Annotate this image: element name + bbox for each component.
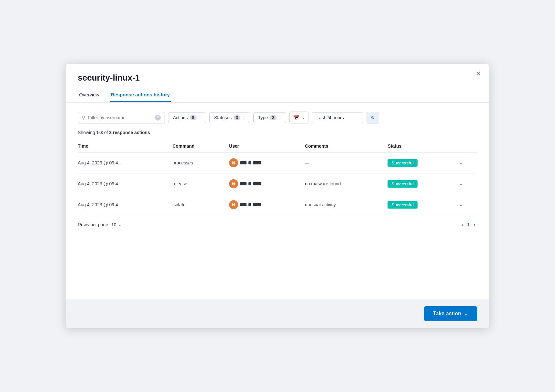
calendar-icon: 📅 xyxy=(293,114,299,121)
actions-filter-label: Actions xyxy=(173,115,188,120)
showing-summary: Showing 1-3 of 3 response actions xyxy=(78,130,477,135)
user-avatar-2: N xyxy=(229,200,238,209)
expand-row-button-2[interactable]: ⌄ xyxy=(459,202,463,207)
next-page-button[interactable]: › xyxy=(472,221,477,228)
cell-status-0: Successful xyxy=(384,152,455,173)
cell-command-2: isolate xyxy=(168,194,225,215)
cell-time-1: Aug 4, 2023 @ 09:4... xyxy=(78,173,168,194)
cell-expand-1[interactable]: ⌄ xyxy=(455,173,477,194)
cell-command-0: processes xyxy=(168,152,225,173)
col-status: Status xyxy=(384,140,455,152)
user-name-redacted-0 xyxy=(240,161,261,164)
user-avatar-0: N xyxy=(229,158,238,167)
rows-per-page-chevron-icon: ⌄ xyxy=(118,223,121,227)
modal-body: ⚲ ✕ Actions 8 ⌄ Statuses 3 ⌄ Type 2 ⌄ 📅 xyxy=(66,103,489,289)
table-row: Aug 4, 2023 @ 09:4... processes N — Succ… xyxy=(78,152,477,173)
statuses-chevron-icon: ⌄ xyxy=(242,115,245,120)
redact-block-2 xyxy=(248,161,251,164)
date-range-display: Last 24 hours xyxy=(312,112,363,123)
cell-expand-2[interactable]: ⌄ xyxy=(455,194,477,215)
table-footer: Rows per page: 10 ⌄ ‹ 1 › xyxy=(78,215,477,228)
type-chevron-icon: ⌄ xyxy=(278,115,281,120)
redact-block-2 xyxy=(248,203,251,206)
redact-block-1 xyxy=(240,161,247,164)
search-box: ⚲ ✕ xyxy=(78,112,165,123)
filter-bar: ⚲ ✕ Actions 8 ⌄ Statuses 3 ⌄ Type 2 ⌄ 📅 xyxy=(78,112,477,123)
modal-header: security-linux-1 ✕ Overview Response act… xyxy=(66,64,489,103)
user-name-redacted-1 xyxy=(240,182,261,185)
response-actions-table: Time Command User Comments Status Aug 4,… xyxy=(78,140,477,215)
pagination-controls: ‹ 1 › xyxy=(460,221,477,228)
type-filter-label: Type xyxy=(258,115,268,120)
col-expand xyxy=(455,140,477,152)
statuses-filter-badge: 3 xyxy=(234,115,240,120)
modal-footer: Take action ⌄ xyxy=(66,299,489,328)
statuses-filter-label: Statuses xyxy=(214,115,232,120)
tab-overview[interactable]: Overview xyxy=(78,89,101,102)
col-time: Time xyxy=(78,140,168,152)
prev-page-button[interactable]: ‹ xyxy=(460,221,465,228)
table-header-row: Time Command User Comments Status xyxy=(78,140,477,152)
search-icon: ⚲ xyxy=(82,115,86,121)
take-action-button[interactable]: Take action ⌄ xyxy=(424,306,477,321)
showing-total: 3 xyxy=(109,130,112,135)
expand-row-button-1[interactable]: ⌄ xyxy=(459,181,463,186)
modal-container: security-linux-1 ✕ Overview Response act… xyxy=(66,64,489,328)
redact-block-2 xyxy=(248,182,251,185)
status-badge-0: Successful xyxy=(388,159,418,167)
expand-row-button-0[interactable]: ⌄ xyxy=(459,160,463,165)
refresh-button[interactable]: ↻ xyxy=(367,112,379,123)
rows-per-page-control[interactable]: Rows per page: 10 ⌄ xyxy=(78,222,121,227)
type-filter-badge: 2 xyxy=(270,115,277,120)
cell-status-2: Successful xyxy=(384,194,455,215)
cell-command-1: release xyxy=(168,173,225,194)
cell-user-2: N xyxy=(225,194,301,215)
date-picker-button[interactable]: 📅 ⌄ xyxy=(289,112,308,123)
search-input[interactable] xyxy=(88,115,152,120)
cell-status-1: Successful xyxy=(384,173,455,194)
actions-filter-button[interactable]: Actions 8 ⌄ xyxy=(168,112,206,123)
cell-expand-0[interactable]: ⌄ xyxy=(455,152,477,173)
redact-block-3 xyxy=(253,161,261,164)
type-filter-button[interactable]: Type 2 ⌄ xyxy=(253,112,286,123)
redact-block-1 xyxy=(240,203,247,206)
close-button[interactable]: ✕ xyxy=(476,70,481,77)
actions-filter-badge: 8 xyxy=(190,115,197,120)
current-page[interactable]: 1 xyxy=(467,222,470,227)
cell-comments-0: — xyxy=(301,152,384,173)
cell-user-0: N xyxy=(225,152,301,173)
rows-per-page-label: Rows per page: xyxy=(78,222,109,227)
redact-block-3 xyxy=(253,203,261,206)
redact-block-1 xyxy=(240,182,247,185)
col-command: Command xyxy=(168,140,225,152)
tab-response-actions-history[interactable]: Response actions history xyxy=(110,89,171,102)
rows-per-page-value: 10 xyxy=(111,222,116,227)
showing-label: response actions xyxy=(113,130,150,135)
refresh-icon: ↻ xyxy=(371,115,375,121)
actions-chevron-icon: ⌄ xyxy=(198,115,201,120)
statuses-filter-button[interactable]: Statuses 3 ⌄ xyxy=(209,112,250,123)
date-chevron-icon: ⌄ xyxy=(302,115,305,120)
showing-range: 1-3 xyxy=(96,130,103,135)
user-avatar-1: N xyxy=(229,179,238,188)
status-badge-2: Successful xyxy=(388,201,418,209)
take-action-chevron-icon: ⌄ xyxy=(464,311,468,316)
table-row: Aug 4, 2023 @ 09:4... release N no malwa… xyxy=(78,173,477,194)
tab-list: Overview Response actions history xyxy=(78,89,477,102)
table-row: Aug 4, 2023 @ 09:4... isolate N unusual … xyxy=(78,194,477,215)
status-badge-1: Successful xyxy=(388,180,418,188)
cell-comments-2: unusual activity xyxy=(301,194,384,215)
col-comments: Comments xyxy=(301,140,384,152)
cell-comments-1: no malware found xyxy=(301,173,384,194)
take-action-label: Take action xyxy=(433,311,461,317)
cell-user-1: N xyxy=(225,173,301,194)
redact-block-3 xyxy=(253,182,261,185)
clear-search-button[interactable]: ✕ xyxy=(155,115,161,121)
user-name-redacted-2 xyxy=(240,203,261,206)
col-user: User xyxy=(225,140,301,152)
modal-title: security-linux-1 xyxy=(78,73,477,83)
cell-time-2: Aug 4, 2023 @ 09:4... xyxy=(78,194,168,215)
cell-time-0: Aug 4, 2023 @ 09:4... xyxy=(78,152,168,173)
